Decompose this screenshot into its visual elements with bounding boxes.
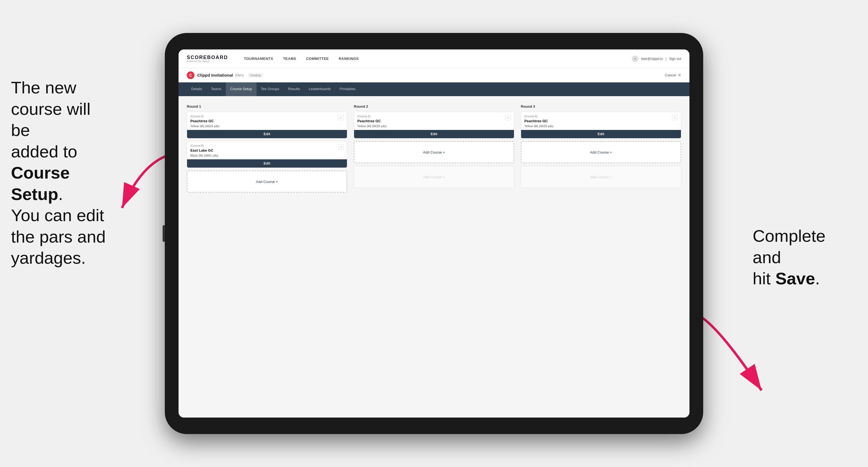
tournament-bar: C Clippd Invitational (Men) Hosting Canc… xyxy=(179,68,689,83)
course-delete-button-b[interactable]: ○ xyxy=(338,144,344,150)
add-course-label-r2-disabled: Add Course + xyxy=(423,175,445,179)
round-3-column: Round 3 (Course A) Peachtree GC Yellow (… xyxy=(521,104,681,195)
edit-button-r3-a[interactable]: Edit xyxy=(521,130,681,138)
course-card-r2-a: (Course A) Peachtree GC Yellow (M) (6629… xyxy=(354,112,514,138)
tournament-hosting: Hosting xyxy=(248,73,262,77)
tab-results[interactable]: Results xyxy=(284,83,304,96)
user-email: blair@clippd.io xyxy=(641,57,663,61)
rounds-grid: Round 1 (Course A) Peachtree GC Yellow (… xyxy=(187,104,681,195)
nav-tournaments[interactable]: TOURNAMENTS xyxy=(239,50,278,68)
nav-teams[interactable]: TEAMS xyxy=(278,50,301,68)
course-card-r2-header: (Course A) Peachtree GC Yellow (M) (6629… xyxy=(354,112,514,130)
course-detail-b: Black (M) (6891 yds) xyxy=(190,154,218,157)
cancel-label: Cancel xyxy=(665,73,676,77)
nav-rankings[interactable]: RANKINGS xyxy=(334,50,364,68)
course-card-r1-b: (Course B) East Lake GC Black (M) (6891 … xyxy=(187,141,347,168)
tab-leaderboards[interactable]: Leaderboards xyxy=(304,83,335,96)
course-name-b: East Lake GC xyxy=(190,148,213,152)
course-delete-button[interactable]: ○ xyxy=(338,115,344,120)
course-name-r3: Peachtree GC xyxy=(524,119,548,123)
course-card-header-b: (Course B) East Lake GC Black (M) (6891 … xyxy=(187,142,347,159)
course-info-r3: (Course A) Peachtree GC Yellow (M) (6629… xyxy=(524,115,554,128)
round-2-column: Round 2 (Course A) Peachtree GC Yellow (… xyxy=(354,104,514,195)
logo-scoreboard: SCOREBOARD xyxy=(187,55,228,60)
sign-out-link[interactable]: Sign out xyxy=(669,57,681,61)
course-info-r2: (Course A) Peachtree GC Yellow (M) (6629… xyxy=(358,115,386,128)
round-1-title: Round 1 xyxy=(187,104,347,108)
cancel-x: ✕ xyxy=(678,72,681,78)
main-content: Round 1 (Course A) Peachtree GC Yellow (… xyxy=(179,96,689,417)
add-course-r3[interactable]: Add Course + xyxy=(521,141,681,163)
course-label-b: (Course B) xyxy=(190,144,218,147)
annotation-right: Complete and hit Save. xyxy=(753,225,857,289)
tournament-sub: (Men) xyxy=(235,73,244,77)
edit-button-r1-a[interactable]: Edit xyxy=(187,130,347,138)
nav-committee[interactable]: COMMITTEE xyxy=(301,50,334,68)
edit-button-r2-a[interactable]: Edit xyxy=(354,130,514,138)
tab-teams[interactable]: Teams xyxy=(207,83,226,96)
edit-button-r1-b[interactable]: Edit xyxy=(187,159,347,167)
course-delete-r2[interactable]: ○ xyxy=(505,115,510,120)
add-course-r2[interactable]: Add Course + xyxy=(354,141,514,163)
tablet-frame: SCOREBOARD Powered by clippd TOURNAMENTS… xyxy=(165,33,703,434)
course-detail-r3: Yellow (M) (6629 yds) xyxy=(524,124,554,128)
tournament-logo: C xyxy=(187,71,194,79)
course-card-r3-header: (Course A) Peachtree GC Yellow (M) (6629… xyxy=(521,112,681,130)
round-3-title: Round 3 xyxy=(521,104,681,108)
add-course-label-r1: Add Course + xyxy=(256,180,278,184)
tab-details[interactable]: Details xyxy=(187,83,207,96)
main-nav: TOURNAMENTS TEAMS COMMITTEE RANKINGS xyxy=(239,50,632,68)
nav-right: ● blair@clippd.io | Sign out xyxy=(632,56,681,62)
cancel-button[interactable]: Cancel ✕ xyxy=(665,72,681,78)
tab-printables[interactable]: Printables xyxy=(335,83,360,96)
course-label-r3: (Course A) xyxy=(524,115,554,118)
separator: | xyxy=(665,57,666,61)
course-name: Peachtree GC xyxy=(190,119,214,123)
sub-tabs: Details Teams Course Setup Tee Groups Re… xyxy=(179,83,689,96)
tab-tee-groups[interactable]: Tee Groups xyxy=(256,83,284,96)
top-nav: SCOREBOARD Powered by clippd TOURNAMENTS… xyxy=(179,50,689,68)
course-info: (Course A) Peachtree GC Yellow (M) (6629… xyxy=(190,115,219,128)
add-course-r1[interactable]: Add Course + xyxy=(187,170,347,193)
course-name-r2: Peachtree GC xyxy=(358,119,381,123)
tablet-side-button xyxy=(163,225,165,242)
add-course-label-r3-disabled: Add Course + xyxy=(590,175,612,179)
logo-powered: Powered by clippd xyxy=(187,60,228,63)
course-card-r3-a: (Course A) Peachtree GC Yellow (M) (6629… xyxy=(521,112,681,138)
course-label-r2: (Course A) xyxy=(358,115,386,118)
add-course-label-r2: Add Course + xyxy=(423,150,445,154)
user-avatar: ● xyxy=(632,56,639,62)
logo-area: SCOREBOARD Powered by clippd xyxy=(187,55,228,63)
course-detail-r2: Yellow (M) (6629 yds) xyxy=(358,124,386,128)
tournament-name: Clippd Invitational xyxy=(197,73,233,77)
course-delete-r3[interactable]: ○ xyxy=(672,115,678,120)
tablet-screen: SCOREBOARD Powered by clippd TOURNAMENTS… xyxy=(179,50,689,417)
course-card-header: (Course A) Peachtree GC Yellow (M) (6629… xyxy=(187,112,347,130)
round-2-title: Round 2 xyxy=(354,104,514,108)
course-label: (Course A) xyxy=(190,115,219,118)
tab-course-setup[interactable]: Course Setup xyxy=(226,83,256,96)
add-course-r2-disabled: Add Course + xyxy=(354,166,514,188)
course-info-b: (Course B) East Lake GC Black (M) (6891 … xyxy=(190,144,218,158)
add-course-label-r3: Add Course + xyxy=(590,150,612,154)
add-course-r3-disabled: Add Course + xyxy=(521,166,681,188)
course-detail: Yellow (M) (6629 yds) xyxy=(190,124,219,128)
course-card-r1-a: (Course A) Peachtree GC Yellow (M) (6629… xyxy=(187,112,347,138)
round-1-column: Round 1 (Course A) Peachtree GC Yellow (… xyxy=(187,104,347,195)
